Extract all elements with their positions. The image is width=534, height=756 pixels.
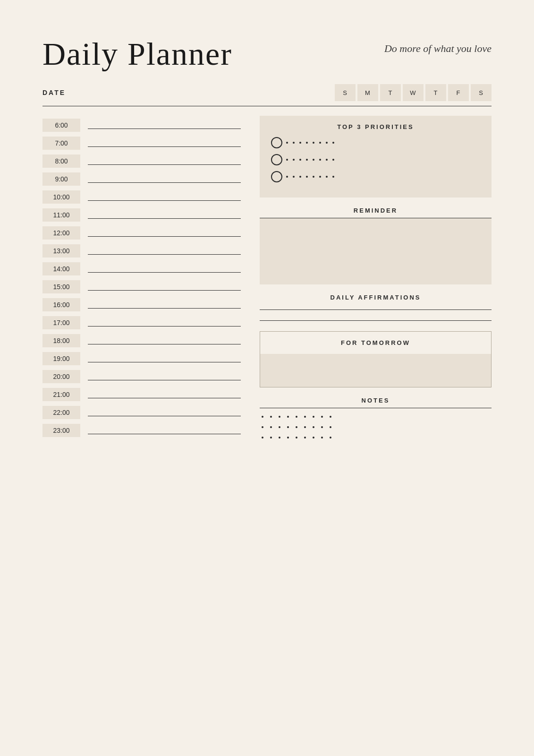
time-row-1600: 16:00	[42, 295, 241, 313]
dot	[321, 416, 323, 418]
time-row-1700: 17:00	[42, 313, 241, 331]
time-row-2000: 20:00	[42, 367, 241, 385]
affirmation-line-1	[260, 309, 492, 310]
affirmations-title: DAILY AFFIRMATIONS	[260, 294, 492, 301]
time-line-1200	[88, 236, 241, 237]
dot	[330, 416, 331, 418]
time-line-1700	[88, 326, 241, 326]
page: Daily Planner Do more of what you love D…	[0, 0, 534, 756]
dot	[313, 437, 314, 438]
dot	[319, 176, 321, 178]
days-row: S M T W T F S	[335, 84, 492, 101]
time-row-700: 7:00	[42, 134, 241, 152]
affirmations-section: DAILY AFFIRMATIONS	[260, 294, 492, 321]
dot	[306, 159, 308, 161]
priority-row-3	[271, 171, 480, 182]
time-row-1500: 15:00	[42, 277, 241, 295]
dot	[319, 142, 321, 144]
dot	[330, 437, 331, 438]
schedule-column: 6:00 7:00 8:00 9:00 10:00 11:00	[42, 116, 241, 447]
time-label-1200: 12:00	[42, 226, 80, 240]
priority-checkbox-2[interactable]	[271, 154, 282, 165]
dot	[332, 142, 334, 144]
day-t2[interactable]: T	[425, 84, 446, 101]
time-label-1900: 19:00	[42, 352, 80, 365]
notes-divider	[260, 408, 492, 408]
dot	[296, 426, 297, 428]
dot	[332, 159, 334, 161]
time-row-1800: 18:00	[42, 331, 241, 349]
time-row-2300: 23:00	[42, 421, 241, 439]
time-label-2000: 20:00	[42, 370, 80, 383]
subtitle-block: Do more of what you love	[384, 38, 492, 55]
time-line-1000	[88, 200, 241, 201]
day-s1[interactable]: S	[335, 84, 356, 101]
priorities-section: TOP 3 PRIORITIES	[260, 116, 492, 198]
time-label-1000: 10:00	[42, 190, 80, 204]
time-row-1100: 11:00	[42, 206, 241, 223]
day-s2[interactable]: S	[471, 84, 492, 101]
reminder-box[interactable]	[260, 218, 492, 284]
time-row-800: 8:00	[42, 152, 241, 170]
reminder-title: REMINDER	[260, 207, 492, 214]
notes-section: NOTES	[260, 397, 492, 438]
dot	[287, 437, 289, 438]
dot	[313, 426, 314, 428]
dot	[287, 426, 289, 428]
time-row-2100: 21:00	[42, 385, 241, 403]
priority-checkbox-3[interactable]	[271, 171, 282, 182]
title-block: Daily Planner	[42, 38, 232, 70]
dot	[287, 416, 289, 418]
affirmation-line-2	[260, 320, 492, 321]
day-w[interactable]: W	[403, 84, 424, 101]
tomorrow-content[interactable]	[260, 354, 491, 387]
dot	[313, 176, 314, 178]
date-label: DATE	[42, 89, 66, 96]
day-f[interactable]: F	[448, 84, 469, 101]
priority-dots-3	[286, 176, 480, 178]
time-row-1200: 12:00	[42, 223, 241, 241]
time-label-900: 9:00	[42, 172, 80, 186]
dot	[313, 159, 314, 161]
time-row-1000: 10:00	[42, 188, 241, 206]
day-m[interactable]: M	[357, 84, 378, 101]
dot	[299, 159, 301, 161]
dot	[270, 437, 272, 438]
time-label-2100: 21:00	[42, 388, 80, 401]
dot	[286, 176, 288, 178]
time-line-1500	[88, 290, 241, 291]
time-row-1900: 19:00	[42, 349, 241, 367]
dot	[296, 416, 297, 418]
time-line-700	[88, 146, 241, 147]
dot	[313, 142, 314, 144]
dot	[326, 142, 328, 144]
dot	[332, 176, 334, 178]
right-column: TOP 3 PRIORITIES	[260, 116, 492, 447]
time-line-1600	[88, 308, 241, 309]
dot	[306, 176, 308, 178]
time-label-1800: 18:00	[42, 334, 80, 347]
day-t1[interactable]: T	[380, 84, 401, 101]
priority-dots-1	[286, 142, 480, 144]
dot	[321, 437, 323, 438]
tomorrow-title: FOR TOMORROW	[260, 332, 491, 354]
page-title: Daily Planner	[42, 38, 232, 70]
dot	[321, 426, 323, 428]
time-line-1100	[88, 218, 241, 219]
time-label-800: 8:00	[42, 155, 80, 168]
priority-checkbox-1[interactable]	[271, 137, 282, 148]
dot	[262, 416, 263, 418]
time-label-1500: 15:00	[42, 280, 80, 293]
priority-row-1	[271, 137, 480, 148]
time-row-1300: 13:00	[42, 241, 241, 259]
time-label-1600: 16:00	[42, 298, 80, 311]
priority-row-2	[271, 154, 480, 165]
time-line-900	[88, 182, 241, 183]
dot	[304, 426, 306, 428]
dot	[293, 176, 295, 178]
dot	[270, 426, 272, 428]
dot	[262, 437, 263, 438]
dot	[262, 426, 263, 428]
dot	[326, 176, 328, 178]
time-label-2300: 23:00	[42, 424, 80, 437]
